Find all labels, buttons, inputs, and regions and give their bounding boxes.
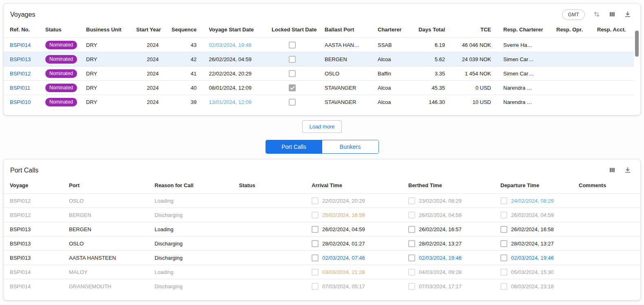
voyage-start-date[interactable]: 13/01/2024, 12:09 [209,99,252,105]
load-more-button[interactable]: Load more [302,120,341,133]
columns-button[interactable] [609,11,616,19]
voyage-row[interactable]: BSPI012 Nominated DRY 2024 41 22/02/2024… [4,66,634,81]
departure-time-value[interactable]: 28/02/2024, 13:27 [511,241,554,247]
departure-time-value[interactable]: 24/02/2024, 08:29 [511,198,554,204]
voyage-row[interactable]: BSPI010 Nominated DRY 2024 39 13/01/2024… [4,95,634,109]
arrival-actual-checkbox[interactable] [312,212,319,219]
col-departure-time[interactable]: Departure Time [494,177,573,194]
berthed-time-value[interactable]: 23/02/2024, 08:29 [419,198,462,204]
departure-time-value[interactable]: 26/02/2024, 04:59 [511,212,554,218]
port-call-row[interactable]: BSPI012 OSLO Loading 22/02/2024, 20:29 [4,194,641,208]
port-call-row[interactable]: BSPI013 AASTA HANSTEEN Discharging 02/03… [4,251,641,265]
arrival-time-value[interactable]: 26/02/2024, 04:59 [322,226,365,232]
departure-actual-checkbox[interactable] [500,283,507,290]
col-tce[interactable]: TCE [451,22,497,38]
locked-start-date-checkbox[interactable] [289,70,296,77]
departure-actual-checkbox[interactable] [500,212,507,219]
departure-time-value[interactable]: 05/03/2024, 15:30 [511,269,554,275]
berthed-time-value[interactable]: 07/03/2024, 17:17 [419,283,462,290]
arrival-actual-checkbox[interactable] [312,226,319,233]
voyage-start-date[interactable]: 26/02/2024, 04:59 [209,56,252,62]
col-berthed-time[interactable]: Berthed Time [402,177,494,194]
col-arrival-time[interactable]: Arrival Time [305,177,402,194]
port-call-row[interactable]: BSPI014 GRANGEMOUTH Discharging 07/03/20… [4,279,641,294]
arrival-time-value[interactable]: 25/02/2024, 16:59 [322,212,365,218]
voyage-row[interactable]: BSPI014 Nominated DRY 2024 43 02/03/2024… [4,38,634,52]
col-start-year[interactable]: Start Year [130,22,165,38]
departure-actual-checkbox[interactable] [500,240,507,247]
col-resp-acct[interactable]: Resp. Acct. [591,22,634,38]
berthed-actual-checkbox[interactable] [408,226,415,233]
voyage-start-date[interactable]: 02/03/2024, 19:46 [209,42,252,48]
col-locked-start-date[interactable]: Locked Start Date [266,22,319,38]
locked-start-date-checkbox[interactable] [289,84,296,91]
col-port[interactable]: Port [63,177,148,194]
port-call-row[interactable]: BSPI013 OSLO Discharging 28/02/2024, 01:… [4,236,641,251]
berthed-actual-checkbox[interactable] [408,240,415,247]
locked-start-date-checkbox[interactable] [289,42,296,49]
berthed-time-value[interactable]: 26/02/2024, 04:59 [419,212,462,218]
col-reason-for-call[interactable]: Reason for Call [148,177,233,194]
columns-button[interactable] [609,166,616,175]
berthed-time-value[interactable]: 04/03/2024, 09:28 [419,269,462,275]
departure-time-value[interactable]: 08/03/2024, 23:18 [511,283,554,290]
arrival-actual-checkbox[interactable] [312,254,319,261]
voyage-row[interactable]: BSPI013 Nominated DRY 2024 42 26/02/2024… [4,52,634,66]
port-call-row[interactable]: BSPI012 BERGEN Discharging 25/02/2024, 1… [4,208,641,222]
departure-actual-checkbox[interactable] [500,254,507,261]
berthed-time-value[interactable]: 28/02/2024, 13:27 [419,241,462,247]
voyages-scrollbar-thumb[interactable] [635,31,639,57]
arrival-time-value[interactable]: 03/03/2024, 21:28 [322,269,365,275]
voyage-ref-link[interactable]: BSPI011 [10,85,30,91]
col-charterer[interactable]: Charterer [372,22,412,38]
arrival-actual-checkbox[interactable] [312,283,319,290]
arrival-actual-checkbox[interactable] [312,269,319,276]
berthed-actual-checkbox[interactable] [408,283,415,290]
col-voyage[interactable]: Voyage [4,177,63,194]
voyage-ref-link[interactable]: BSPI013 [10,56,31,62]
download-button[interactable] [624,11,631,19]
locked-start-date-checkbox[interactable] [289,99,296,106]
arrival-actual-checkbox[interactable] [312,240,319,247]
arrival-actual-checkbox[interactable] [312,197,319,204]
voyage-ref-link[interactable]: BSPI010 [10,99,31,105]
download-button[interactable] [624,166,631,175]
departure-time-value[interactable]: 26/02/2024, 16:58 [511,226,554,232]
arrival-time-value[interactable]: 22/02/2024, 20:29 [322,198,365,204]
col-days-total[interactable]: Days Total [412,22,451,38]
col-status[interactable]: Status [233,177,305,194]
voyage-ref-link[interactable]: BSPI012 [10,71,31,77]
berthed-actual-checkbox[interactable] [408,269,415,276]
departure-actual-checkbox[interactable] [500,197,507,204]
departure-time-value[interactable]: 02/03/2024, 19:46 [511,255,554,261]
berthed-actual-checkbox[interactable] [408,254,415,261]
arrival-time-value[interactable]: 07/03/2024, 05:17 [322,283,365,290]
berthed-time-value[interactable]: 26/02/2024, 16:57 [419,226,462,232]
col-resp-opr[interactable]: Resp. Opr. [550,22,591,38]
col-sequence[interactable]: Sequence [165,22,203,38]
locked-start-date-checkbox[interactable] [289,56,296,63]
tab-port-calls[interactable]: Port Calls [266,140,322,153]
col-resp-charterer[interactable]: Resp. Charterer [497,22,550,38]
gmt-toggle-button[interactable]: GMT [562,9,585,20]
berthed-time-value[interactable]: 02/03/2024, 19:46 [419,255,462,261]
col-ref-no[interactable]: Ref. No. [4,22,39,38]
col-status[interactable]: Status [39,22,80,38]
port-call-row[interactable]: BSPI013 BERGEN Loading 26/02/2024, 04:59 [4,222,641,236]
col-ballast-port[interactable]: Ballast Port [319,22,372,38]
col-voyage-start-date[interactable]: Voyage Start Date [203,22,266,38]
berthed-actual-checkbox[interactable] [408,212,415,219]
col-comments[interactable]: Comments [573,177,641,194]
arrival-time-value[interactable]: 28/02/2024, 01:27 [322,241,365,247]
port-call-row[interactable]: BSPI014 MALOY Loading 03/03/2024, 21:28 [4,265,641,279]
voyage-start-date[interactable]: 08/01/2024, 12:09 [209,85,252,91]
voyage-ref-link[interactable]: BSPI014 [10,42,31,48]
sort-button[interactable] [593,11,600,19]
berthed-actual-checkbox[interactable] [408,197,415,204]
departure-actual-checkbox[interactable] [500,269,507,276]
tab-bunkers[interactable]: Bunkers [322,140,378,153]
voyage-start-date[interactable]: 22/02/2024, 20:29 [209,71,252,77]
voyage-row[interactable]: BSPI011 Nominated DRY 2024 40 08/01/2024… [4,81,634,95]
arrival-time-value[interactable]: 02/03/2024, 07:46 [322,255,365,261]
departure-actual-checkbox[interactable] [500,226,507,233]
